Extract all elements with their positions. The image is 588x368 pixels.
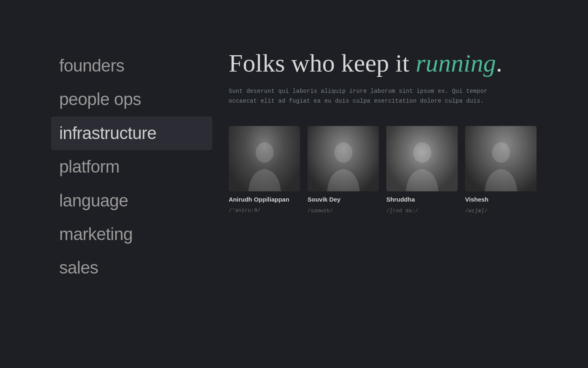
team-name-souvik: Souvik Dey [307, 195, 379, 204]
team-name-shruddha: Shruddha [386, 195, 458, 204]
svg-point-2 [413, 142, 431, 163]
team-photo-vishesh [465, 126, 537, 191]
team-photo-souvik [307, 126, 379, 191]
main-content: Folks who keep it running. Sunt deserunt… [212, 0, 588, 368]
team-pronunciation-anirudh: /'aniru:θ/ [229, 207, 300, 213]
sidebar-item-people-ops[interactable]: people ops [59, 83, 212, 116]
team-card-vishesh: Vishesh/wɪʃæʃ/ [465, 126, 537, 214]
page-description: Sunt deserunt qui laboris aliquip irure … [229, 87, 514, 106]
svg-point-0 [256, 142, 274, 163]
team-card-anirudh: Anirudh Oppiliappan/'aniru:θ/ [229, 126, 300, 214]
sidebar: founderspeople opsinfrastructureplatform… [0, 0, 212, 368]
sidebar-item-language[interactable]: language [59, 184, 212, 218]
team-pronunciation-vishesh: /wɪʃæʃ/ [465, 207, 537, 214]
team-photo-anirudh [229, 126, 300, 191]
svg-point-3 [492, 142, 510, 163]
svg-point-1 [334, 142, 352, 163]
team-photo-shruddha [386, 126, 458, 191]
team-card-souvik: Souvik Dey/saʊwɪk/ [307, 126, 379, 214]
team-card-shruddha: Shruddha/ʃrʌd da:/ [386, 126, 458, 214]
sidebar-item-sales[interactable]: sales [59, 251, 212, 285]
team-pronunciation-shruddha: /ʃrʌd da:/ [386, 207, 458, 214]
team-name-anirudh: Anirudh Oppiliappan [229, 195, 300, 204]
heading-punctuation: . [496, 49, 502, 77]
sidebar-item-infrastructure[interactable]: infrastructure [51, 117, 212, 150]
team-name-vishesh: Vishesh [465, 195, 537, 204]
page-heading: Folks who keep it running. [229, 49, 564, 77]
heading-highlight: running [416, 49, 496, 77]
team-grid: Anirudh Oppiliappan/'aniru:θ/ Souvik Dey… [229, 126, 564, 214]
heading-static: Folks who keep it [229, 49, 416, 77]
sidebar-item-founders[interactable]: founders [59, 49, 212, 83]
sidebar-item-marketing[interactable]: marketing [59, 218, 212, 251]
sidebar-item-platform[interactable]: platform [59, 150, 212, 184]
team-pronunciation-souvik: /saʊwɪk/ [307, 207, 379, 214]
